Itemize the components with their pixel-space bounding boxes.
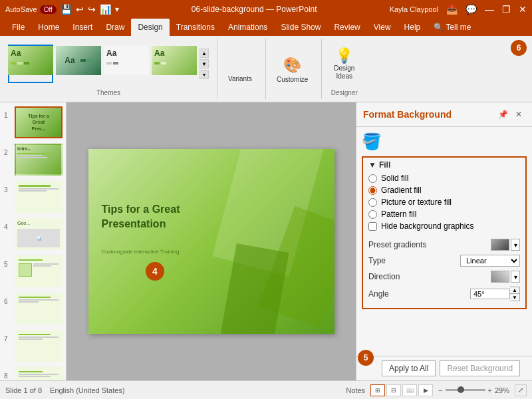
tab-slideshow[interactable]: Slide Show [274,19,327,36]
slide-num-4: 4 [4,223,12,231]
zoom-slider[interactable] [446,389,485,391]
gradient-fill-radio[interactable] [368,186,377,195]
panel-header: Format Background 📌 ✕ [356,102,532,127]
tab-review[interactable]: Review [327,19,366,36]
tab-animations[interactable]: Animations [221,19,274,36]
zoom-plus-btn[interactable]: + [488,386,492,394]
normal-view-btn[interactable]: ⊞ [370,384,385,396]
canvas-area: Tips for a GreatPresentation Customguide… [66,102,356,380]
minimize-btn[interactable]: — [485,4,494,15]
customize-btn[interactable]: 🎨 Customize [271,52,313,86]
scroll-up[interactable]: ▲ [200,49,209,58]
hidebg-checkbox[interactable] [368,222,377,231]
share-icon[interactable]: 📤 [446,4,458,15]
slide-canvas: Tips for a GreatPresentation Customguide… [88,149,334,334]
slide-thumb-8[interactable]: 8 [3,366,63,380]
slide-preview-2[interactable]: Intro... [15,144,63,176]
design-ideas-btn[interactable]: 💡 DesignIdeas [327,43,361,84]
apply-to-all-btn[interactable]: Apply to All [382,360,436,376]
close-btn[interactable]: ✕ [519,4,527,15]
type-select[interactable]: Linear Radial Rectangular Path [460,255,520,267]
slide-preview-4[interactable]: Goo... 📊 [15,218,63,250]
theme-scroll[interactable]: ▲ ▼ ▾ [200,49,209,79]
slide-num-8: 8 [4,372,12,380]
type-row: Type Linear Radial Rectangular Path [368,255,520,267]
fit-slide-btn[interactable]: ⤢ [515,384,527,396]
autosave-area: AutoSave Off [5,5,57,14]
reading-view-btn[interactable]: 📖 [402,384,417,396]
designer-label: Designer [331,86,358,96]
picture-fill-radio[interactable] [368,198,377,207]
present-icon[interactable]: 📊 [100,4,111,15]
direction-dropdown[interactable]: ▾ [511,271,520,283]
preset-gradients-btn[interactable] [491,239,509,251]
solid-fill-radio[interactable] [368,174,377,183]
pattern-fill-radio[interactable] [368,210,377,219]
comment-icon[interactable]: 💬 [466,4,477,15]
theme-item-1[interactable]: Aa [8,45,53,83]
theme-item-4[interactable]: Aa [152,45,197,83]
angle-up-btn[interactable]: ▲ [510,287,519,294]
zoom-bar: − + 29% [438,386,509,394]
theme-item-2[interactable]: Aa [56,45,101,83]
slide-preview-7[interactable] [15,330,63,362]
slide-thumb-4[interactable]: 4 Goo... 📊 [3,217,63,251]
solid-fill-label: Solid fill [381,174,408,183]
panel-close-btn[interactable]: ✕ [512,108,525,121]
tab-view[interactable]: View [367,19,398,36]
slide-preview-5[interactable] [15,255,63,287]
tab-tellme[interactable]: 🔍 Tell me [427,19,477,36]
preset-gradients-dropdown[interactable]: ▾ [511,239,520,251]
tab-draw[interactable]: Draw [99,19,131,36]
slide-preview-1[interactable]: Tips for aGreatPres... [15,106,63,138]
autosave-toggle[interactable]: Off [40,5,57,14]
hidebg-label: Hide background graphics [381,221,473,231]
tab-transitions[interactable]: Transitions [170,19,221,36]
scroll-down[interactable]: ▼ [200,59,209,68]
themes-label: Themes [96,86,120,96]
slide-sorter-btn[interactable]: ⊟ [386,384,401,396]
hidebg-option[interactable]: Hide background graphics [368,221,520,231]
tab-insert[interactable]: Insert [66,19,99,36]
tab-home[interactable]: Home [31,19,66,36]
theme-item-3[interactable]: Aa [104,45,149,83]
slideshow-btn[interactable]: ▶ [418,384,433,396]
fill-section-label: Fill [379,160,390,170]
direction-btn[interactable] [491,271,509,283]
angle-control: ▲ ▼ [470,287,520,301]
reset-background-btn[interactable]: Reset Background [440,360,520,376]
solid-fill-option[interactable]: Solid fill [368,174,520,183]
redo-icon[interactable]: ↪ [88,4,96,15]
slide-thumb-2[interactable]: 2 Intro... [3,142,63,177]
more-icon[interactable]: ▾ [115,5,119,14]
restore-btn[interactable]: ❐ [502,4,511,15]
scroll-more[interactable]: ▾ [200,70,209,79]
main-area: 1 Tips for aGreatPres... 2 Intro... 3 [0,102,532,380]
themes-list: Aa Aa [8,41,209,86]
angle-spinbox: ▲ ▼ [510,287,520,301]
slide-thumb-1[interactable]: 1 Tips for aGreatPres... [3,105,63,140]
slide-thumb-6[interactable]: 6 [3,291,63,326]
tab-file[interactable]: File [5,19,31,36]
slide-thumb-3[interactable]: 3 [3,180,63,214]
notes-btn[interactable]: Notes [346,386,365,394]
tab-help[interactable]: Help [398,19,428,36]
slide-thumb-5[interactable]: 5 [3,254,63,289]
zoom-minus-btn[interactable]: − [438,386,442,394]
angle-input[interactable] [470,289,510,299]
status-left: Slide 1 of 8 English (United States) [5,386,125,394]
gradient-fill-option[interactable]: Gradient fill [368,186,520,195]
variants-btn[interactable]: Variants [223,53,257,85]
pattern-fill-option[interactable]: Pattern fill [368,209,520,219]
undo-icon[interactable]: ↩ [76,4,84,15]
slide-preview-8[interactable] [15,367,63,380]
fill-section-header[interactable]: ▼ Fill [368,160,520,170]
panel-pin-btn[interactable]: 📌 [496,108,509,121]
angle-down-btn[interactable]: ▼ [510,294,519,301]
save-icon[interactable]: 💾 [61,4,72,15]
tab-design[interactable]: Design [131,19,169,36]
slide-thumb-7[interactable]: 7 [3,329,63,363]
slide-preview-3[interactable] [15,181,63,213]
slide-preview-6[interactable] [15,293,63,325]
picture-fill-option[interactable]: Picture or texture fill [368,198,520,207]
